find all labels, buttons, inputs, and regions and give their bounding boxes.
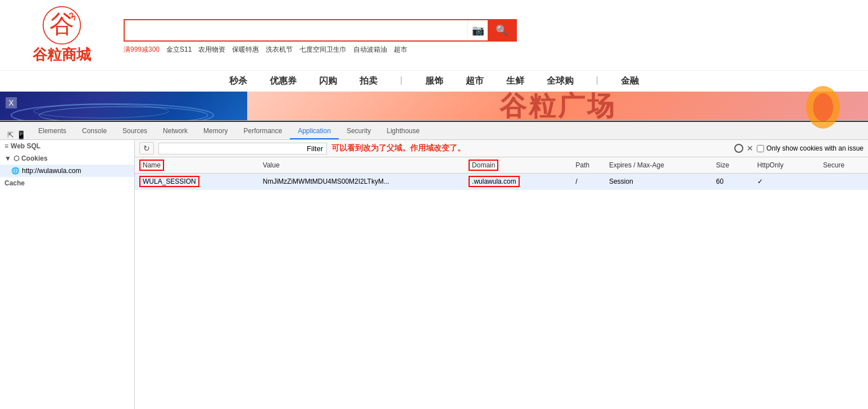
banner-right-text: 谷粒广场 bbox=[499, 92, 616, 120]
search-input[interactable] bbox=[125, 20, 467, 40]
tag-7[interactable]: 自动波箱油 bbox=[353, 45, 387, 54]
tab-elements[interactable]: Elements bbox=[30, 124, 74, 139]
cookies-icon: ⬡ bbox=[13, 154, 19, 162]
only-show-checkbox[interactable] bbox=[757, 145, 764, 152]
col-header-value[interactable]: Value bbox=[258, 157, 464, 174]
devtools-content: ↻ Filter 可以看到改为了父域。作用域改变了。 ✕ Only show c… bbox=[135, 140, 868, 409]
col-header-path[interactable]: Path bbox=[571, 157, 605, 174]
tag-8[interactable]: 超市 bbox=[394, 45, 407, 54]
tab-sources[interactable]: Sources bbox=[115, 124, 155, 139]
nav-item-1[interactable]: 秒杀 bbox=[229, 75, 247, 87]
svg-text:谷: 谷 bbox=[49, 11, 74, 38]
devtools-tabs: ⇱ 📱 Elements Console Sources Network Mem… bbox=[0, 122, 868, 140]
tag-2[interactable]: 金立S11 bbox=[166, 45, 192, 54]
only-show-label: Only show cookies with an issue bbox=[766, 144, 864, 152]
tag-1[interactable]: 满999减300 bbox=[124, 45, 160, 54]
nav-item-4[interactable]: 拍卖 bbox=[360, 75, 378, 87]
cookie-httponly: ✓ bbox=[753, 174, 819, 190]
tag-5[interactable]: 洗衣机节 bbox=[266, 45, 293, 54]
refresh-icon: ↻ bbox=[143, 144, 150, 153]
annotation: 可以看到改为了父域。作用域改变了。 bbox=[331, 143, 465, 153]
nav-item-7[interactable]: 生鲜 bbox=[506, 75, 524, 87]
devtools: ⇱ 📱 Elements Console Sources Network Mem… bbox=[0, 121, 868, 409]
camera-icon[interactable]: 📷 bbox=[467, 20, 488, 40]
cookies-options: ✕ Only show cookies with an issue bbox=[734, 144, 864, 153]
browser-header: 谷 谷粒商城 📷 🔍 满999减300 金立S11 农用物资 保暖特惠 洗衣机节… bbox=[0, 0, 868, 70]
tag-3[interactable]: 农用物资 bbox=[198, 45, 225, 54]
banner-left-bg bbox=[0, 92, 247, 120]
tab-application[interactable]: Application bbox=[290, 124, 339, 139]
col-header-httponly[interactable]: HttpOnly bbox=[753, 157, 819, 174]
name-header-bordered: Name bbox=[139, 160, 164, 171]
tab-memory[interactable]: Memory bbox=[196, 124, 235, 139]
nav-item-8[interactable]: 全球购 bbox=[547, 75, 574, 87]
cookie-secure bbox=[819, 174, 868, 190]
tab-console[interactable]: Console bbox=[74, 124, 115, 139]
banner-area: X 谷粒广场 bbox=[0, 92, 868, 120]
tag-6[interactable]: 七度空间卫生巾 bbox=[299, 45, 347, 54]
nav-item-6[interactable]: 超市 bbox=[466, 75, 484, 87]
name-cell-bordered: WULA_SESSION bbox=[139, 176, 199, 187]
cookie-expires: Session bbox=[605, 174, 711, 190]
tab-security[interactable]: Security bbox=[339, 124, 379, 139]
cookies-data-table: Name Value Domain Path Expires / Max-Age… bbox=[135, 157, 868, 190]
nav-item-2[interactable]: 优惠券 bbox=[270, 75, 297, 87]
search-button[interactable]: 🔍 bbox=[488, 20, 516, 40]
websql-icon: ≡ bbox=[4, 142, 8, 150]
domain-header-bordered: Domain bbox=[469, 160, 498, 171]
filter-label: Filter bbox=[307, 144, 323, 153]
devtools-sidebar: ≡ Web SQL ▼ ⬡ Cookies 🌐 http://wulawula.… bbox=[0, 140, 135, 409]
globe-icon: 🌐 bbox=[11, 167, 20, 175]
cursor-icon[interactable]: ⇱ bbox=[7, 130, 14, 139]
sidebar-cookies[interactable]: ▼ ⬡ Cookies bbox=[0, 152, 134, 165]
cookie-path: / bbox=[571, 174, 605, 190]
svg-point-4 bbox=[34, 104, 169, 118]
nav-divider-2: | bbox=[596, 75, 598, 87]
cookie-row-1[interactable]: WULA_SESSION NmJiMzZiMWMtMDU4MS00M2I2LTk… bbox=[135, 174, 868, 190]
logo-area: 谷 谷粒商城 bbox=[11, 6, 112, 65]
col-header-size[interactable]: Size bbox=[712, 157, 753, 174]
col-header-domain[interactable]: Domain bbox=[464, 157, 571, 174]
search-bar: 📷 🔍 bbox=[124, 19, 517, 42]
cookies-table: Name Value Domain Path Expires / Max-Age… bbox=[135, 157, 868, 409]
papaya-icon bbox=[801, 92, 846, 120]
browser-top: 谷 谷粒商城 📷 🔍 满999减300 金立S11 农用物资 保暖特惠 洗衣机节… bbox=[0, 0, 868, 121]
sidebar-cache[interactable]: Cache bbox=[0, 177, 134, 189]
nav-divider-1: | bbox=[400, 75, 402, 87]
col-header-secure[interactable]: Secure bbox=[819, 157, 868, 174]
nav-item-3[interactable]: 闪购 bbox=[319, 75, 337, 87]
banner-right: 谷粒广场 bbox=[247, 92, 868, 120]
search-area: 📷 🔍 满999减300 金立S11 农用物资 保暖特惠 洗衣机节 七度空间卫生… bbox=[124, 16, 857, 54]
block-icon[interactable] bbox=[734, 144, 743, 153]
logo-icon: 谷 bbox=[42, 6, 81, 45]
cookies-toolbar: ↻ Filter 可以看到改为了父域。作用域改变了。 ✕ Only show c… bbox=[135, 140, 868, 157]
devtools-icons: ⇱ 📱 bbox=[3, 130, 30, 139]
domain-cell-bordered: .wulawula.com bbox=[469, 176, 520, 187]
devtools-main: ≡ Web SQL ▼ ⬡ Cookies 🌐 http://wulawula.… bbox=[0, 140, 868, 409]
nav-item-5[interactable]: 服饰 bbox=[425, 75, 443, 87]
nav-bar: 秒杀 优惠券 闪购 拍卖 | 服饰 超市 生鲜 全球购 | 金融 bbox=[0, 70, 868, 92]
sidebar-cookie-site[interactable]: 🌐 http://wulawula.com bbox=[0, 165, 134, 177]
col-header-name[interactable]: Name bbox=[135, 157, 258, 174]
tab-lighthouse[interactable]: Lighthouse bbox=[379, 124, 428, 139]
nav-item-9[interactable]: 金融 bbox=[621, 75, 639, 87]
clear-icon[interactable]: ✕ bbox=[747, 144, 753, 153]
tag-4[interactable]: 保暖特惠 bbox=[232, 45, 259, 54]
sidebar-websql[interactable]: ≡ Web SQL bbox=[0, 140, 134, 152]
tab-performance[interactable]: Performance bbox=[235, 124, 290, 139]
filter-box: Filter bbox=[158, 143, 327, 154]
cookie-size: 60 bbox=[712, 174, 753, 190]
col-header-expires[interactable]: Expires / Max-Age bbox=[605, 157, 711, 174]
cookies-collapse-icon: ▼ bbox=[4, 154, 11, 162]
phone-icon[interactable]: 📱 bbox=[16, 130, 26, 139]
logo-text: 谷粒商城 bbox=[33, 45, 91, 65]
tab-network[interactable]: Network bbox=[155, 124, 196, 139]
cookie-value: NmJiMzZiMWMtMDU4MS00M2I2LTkyM... bbox=[258, 174, 464, 190]
refresh-button[interactable]: ↻ bbox=[139, 142, 154, 154]
only-show-option: Only show cookies with an issue bbox=[757, 144, 864, 152]
filter-input[interactable] bbox=[162, 144, 305, 152]
cookie-domain: .wulawula.com bbox=[464, 174, 571, 190]
search-tags: 满999减300 金立S11 农用物资 保暖特惠 洗衣机节 七度空间卫生巾 自动… bbox=[124, 45, 857, 54]
svg-point-6 bbox=[813, 93, 833, 120]
banner-left: X bbox=[0, 92, 247, 120]
